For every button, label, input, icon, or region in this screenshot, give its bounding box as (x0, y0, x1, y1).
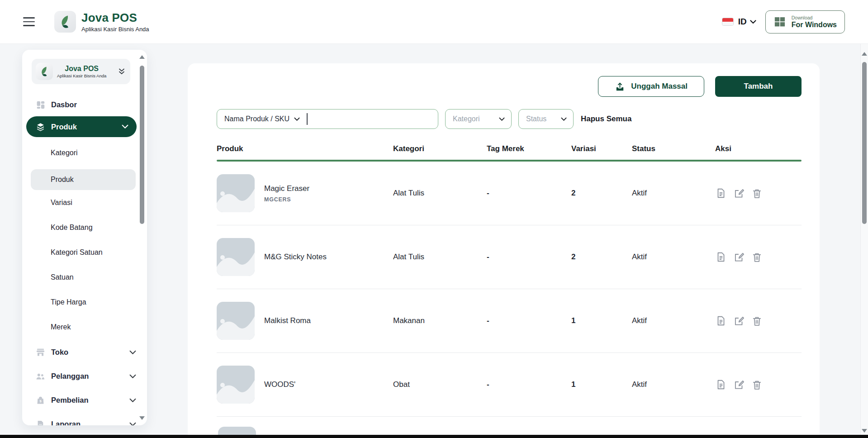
page-scrollbar (860, 44, 868, 438)
col-header-variasi: Variasi (571, 144, 632, 153)
sidebar-item-toko[interactable]: Toko (22, 340, 147, 364)
chevron-down-icon (129, 350, 136, 355)
product-status: Aktif (632, 380, 715, 389)
bulk-upload-label: Unggah Massal (631, 82, 688, 91)
content-card: Unggah Massal Tambah Nama Produk / SKU K… (188, 63, 820, 438)
detail-button[interactable] (715, 187, 727, 199)
search-combo: Nama Produk / SKU (217, 109, 438, 129)
edit-button[interactable] (733, 315, 745, 327)
text-cursor (307, 113, 308, 125)
trash-icon (751, 315, 763, 327)
sidebar-item-produk[interactable]: Produk (26, 116, 137, 137)
sidebar-scrollbar (139, 52, 145, 423)
product-variations: 1 (571, 380, 632, 389)
product-status: Aktif (632, 316, 715, 325)
document-icon (715, 187, 727, 199)
edit-icon (733, 379, 745, 390)
delete-button[interactable] (751, 379, 763, 390)
edit-icon (733, 187, 745, 199)
add-button[interactable]: Tambah (715, 76, 802, 97)
sidebar-scrollbar-thumb[interactable] (140, 66, 144, 224)
delete-button[interactable] (751, 188, 763, 199)
sidebar-app-tagline: Aplikasi Kasir Bisnis Anda (57, 73, 106, 78)
dashboard-icon (35, 100, 45, 110)
window-bottom-edge (0, 435, 868, 438)
sidebar-item-pelanggan[interactable]: Pelanggan (22, 364, 147, 388)
detail-button[interactable] (715, 315, 727, 327)
edit-button[interactable] (733, 251, 745, 263)
download-for-windows-button[interactable]: Download For Windows (765, 10, 845, 33)
product-image-placeholder (217, 302, 255, 340)
language-selector[interactable]: ID (722, 17, 756, 27)
submenu-item-produk[interactable]: Produk (31, 169, 136, 190)
scroll-down-arrow[interactable] (862, 429, 867, 433)
category-filter-dropdown[interactable]: Kategori (445, 109, 512, 129)
category-filter-label: Kategori (453, 115, 480, 123)
table-row: Malkist Roma Makanan - 1 Aktif (217, 289, 802, 353)
detail-button[interactable] (715, 251, 727, 263)
table-row: M&G Sticky Notes Alat Tulis - 2 Aktif (217, 225, 802, 289)
page-scrollbar-thumb[interactable] (862, 62, 867, 224)
product-status: Aktif (632, 189, 715, 198)
sidebar-item-pembelian[interactable]: $ Pembelian (22, 388, 147, 412)
product-brand-tag: - (487, 189, 571, 198)
submenu-item-variasi[interactable]: Variasi (22, 190, 147, 215)
sidebar-logo-icon (36, 63, 53, 80)
bulk-upload-button[interactable]: Unggah Massal (598, 76, 704, 97)
product-category: Makanan (393, 316, 487, 325)
product-category: Alat Tulis (393, 189, 487, 198)
chevron-down-icon (129, 398, 136, 403)
search-input[interactable] (300, 110, 431, 129)
scroll-down-arrow[interactable] (139, 416, 145, 420)
status-filter-dropdown[interactable]: Status (518, 109, 574, 129)
sidebar-item-laporan[interactable]: Laporan (22, 412, 147, 425)
customers-icon (35, 371, 45, 381)
scroll-up-arrow[interactable] (862, 52, 867, 56)
submenu-item-kode-batang[interactable]: Kode Batang (22, 215, 147, 240)
submenu-item-satuan[interactable]: Satuan (22, 265, 147, 290)
product-image-placeholder (217, 366, 255, 404)
sidebar-item-label: Produk (51, 123, 77, 131)
col-header-aksi: Aksi (715, 144, 802, 153)
sidebar-item-dasbor[interactable]: Dasbor (22, 93, 147, 116)
menu-icon[interactable] (23, 16, 36, 27)
scroll-up-arrow[interactable] (139, 55, 145, 59)
detail-button[interactable] (715, 379, 727, 390)
delete-button[interactable] (751, 315, 763, 327)
add-label: Tambah (744, 82, 773, 91)
product-image-placeholder (217, 174, 255, 212)
submenu-item-merek[interactable]: Merek (22, 314, 147, 339)
clear-all-button[interactable]: Hapus Semua (581, 114, 631, 124)
search-type-dropdown[interactable]: Nama Produk / SKU (224, 115, 300, 123)
download-label-top: Download (792, 15, 837, 20)
sidebar-item-label: Dasbor (51, 100, 77, 109)
edit-button[interactable] (733, 379, 745, 390)
trash-icon (751, 252, 763, 263)
table-row: Magic Eraser MGCERS Alat Tulis - 2 Aktif (217, 162, 802, 225)
submenu-item-kategori-satuan[interactable]: Kategori Satuan (22, 240, 147, 265)
toolbar: Unggah Massal Tambah (217, 76, 802, 97)
delete-button[interactable] (751, 252, 763, 263)
collapse-sidebar-icon (118, 67, 126, 76)
windows-logo-icon (773, 15, 786, 28)
sidebar-logo-card[interactable]: Jova POS Aplikasi Kasir Bisnis Anda (32, 59, 130, 84)
submenu-item-kategori[interactable]: Kategori (22, 140, 147, 165)
product-brand-tag: - (487, 380, 571, 389)
submenu-item-tipe-harga[interactable]: Tipe Harga (22, 290, 147, 314)
trash-icon (751, 379, 763, 390)
edit-button[interactable] (733, 187, 745, 199)
table-row: WOODS' Obat - 1 Aktif (217, 353, 802, 417)
sidebar: Jova POS Aplikasi Kasir Bisnis Anda (22, 50, 147, 425)
edit-icon (733, 251, 745, 263)
col-header-status: Status (632, 144, 715, 153)
indonesia-flag-icon (722, 18, 734, 26)
app-tagline: Aplikasi Kasir Bisnis Anda (81, 26, 149, 33)
product-name: M&G Sticky Notes (264, 252, 327, 262)
chevron-down-icon (294, 117, 300, 121)
app-title: Jova POS (81, 11, 149, 25)
package-icon (35, 122, 45, 132)
search-type-label: Nama Produk / SKU (224, 115, 289, 123)
product-status: Aktif (632, 252, 715, 262)
edit-icon (733, 315, 745, 327)
product-name: Magic Eraser (264, 184, 309, 193)
